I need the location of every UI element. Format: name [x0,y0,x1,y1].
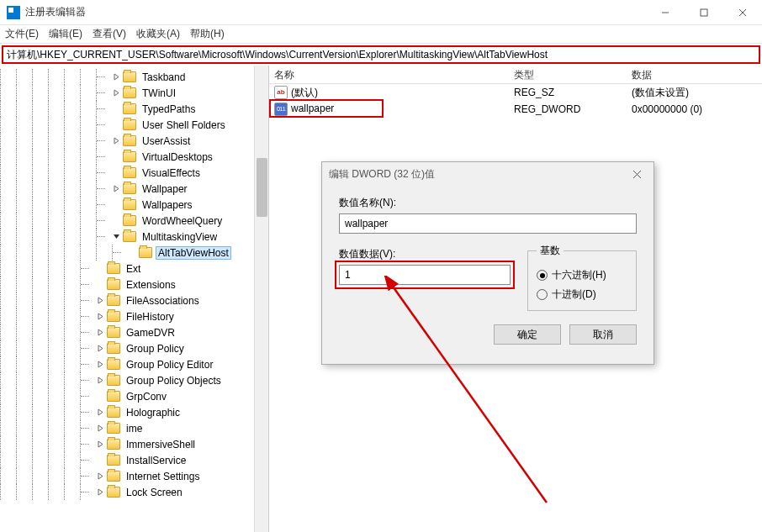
tree-item[interactable]: TypedPaths [0,101,268,117]
chevron-right-icon[interactable] [112,72,121,82]
tree-item[interactable]: Holographic [0,404,268,420]
menu-favorites[interactable]: 收藏夹(A) [136,27,180,41]
folder-icon [107,455,120,466]
radix-hex-option[interactable]: 十六进制(H) [537,268,627,282]
tree-label: MultitaskingView [140,230,220,244]
chevron-right-icon[interactable] [96,296,105,305]
dialog-close-button[interactable] [627,164,647,184]
tree-item[interactable]: FileHistory [0,308,268,324]
tree-item[interactable]: Group Policy [0,340,268,356]
chevron-right-icon[interactable] [96,312,105,321]
menu-view[interactable]: 查看(V) [93,27,126,41]
folder-icon [107,279,120,290]
chevron-right-icon[interactable] [96,344,105,353]
tree-item[interactable]: Taskband [0,69,268,85]
chevron-right-icon[interactable] [112,136,121,145]
tree-item[interactable]: AltTabViewHost [0,245,268,261]
chevron-right-icon[interactable] [96,471,105,481]
tree-item[interactable]: UserAssist [0,133,268,149]
tree-item[interactable]: FileAssociations [0,292,268,308]
tree-label: Internet Settings [124,470,202,483]
tree-label: Holographic [124,406,183,419]
tree-label: Wallpapers [140,198,195,212]
tree-item[interactable]: Wallpapers [0,197,268,213]
chevron-right-icon[interactable] [112,184,121,193]
value-data-field[interactable] [339,265,511,285]
chevron-right-icon[interactable] [96,487,105,497]
tree-item[interactable]: ImmersiveShell [0,436,268,452]
tree-item[interactable]: Wallpaper [0,181,268,197]
chevron-right-icon[interactable] [96,376,105,385]
tree-item[interactable]: ime [0,420,268,436]
tree-item[interactable]: Lock Screen [0,484,268,500]
maximize-button[interactable] [685,0,723,25]
tree-label: Group Policy [124,342,187,356]
folder-icon [107,375,120,386]
folder-icon [107,423,120,434]
tree-item[interactable]: VisualEffects [0,165,268,181]
radix-legend: 基数 [537,244,564,258]
tree-item[interactable]: WordWheelQuery [0,213,268,229]
radix-dec-option[interactable]: 十进制(D) [537,287,627,302]
menu-file[interactable]: 文件(E) [5,27,39,41]
folder-icon [123,87,136,98]
window-title: 注册表编辑器 [25,5,646,19]
tree-label: VisualEffects [140,166,203,180]
tree-item[interactable]: User Shell Folders [0,117,268,133]
menu-edit[interactable]: 编辑(E) [49,27,82,41]
folder-icon [107,439,120,450]
folder-icon [123,135,136,146]
chevron-right-icon[interactable] [96,360,105,369]
address-bar[interactable]: 计算机\HKEY_CURRENT_USER\Software\Microsoft… [2,45,760,64]
chevron-down-icon[interactable] [112,232,121,241]
col-header-name[interactable]: 名称 [269,66,509,83]
chevron-right-icon[interactable] [96,328,105,337]
tree-item[interactable]: Extensions [0,277,268,292]
radix-fieldset: 基数 十六进制(H) 十进制(D) [527,244,637,311]
tree-item[interactable]: InstallService [0,452,268,468]
chevron-right-icon[interactable] [112,88,121,97]
list-row[interactable]: (默认)REG_SZ(数值未设置) [269,84,762,101]
registry-tree[interactable]: TaskbandTWinUITypedPathsUser Shell Folde… [0,66,268,500]
tree-label: VirtualDesktops [140,150,215,164]
chevron-right-icon[interactable] [96,408,105,417]
tree-scrollbar[interactable] [254,66,268,532]
edit-dword-dialog: 编辑 DWORD (32 位)值 数值名称(N): 数值数据(V): [321,161,654,365]
value-data: (数值未设置) [627,85,762,101]
menu-help[interactable]: 帮助(H) [190,27,225,41]
value-data-label: 数值数据(V): [339,247,511,261]
address-path: 计算机\HKEY_CURRENT_USER\Software\Microsoft… [7,48,548,62]
close-button[interactable] [723,0,762,25]
scrollbar-thumb[interactable] [257,158,267,217]
tree-item[interactable]: Internet Settings [0,468,268,484]
list-header: 名称 类型 数据 [269,66,762,84]
tree-pane: TaskbandTWinUITypedPathsUser Shell Folde… [0,66,269,532]
col-header-data[interactable]: 数据 [627,66,762,83]
value-icon [274,86,288,99]
tree-label: WordWheelQuery [140,214,225,228]
minimize-button[interactable] [646,0,685,25]
col-header-type[interactable]: 类型 [509,66,627,83]
tree-label: Taskband [140,71,188,84]
tree-item[interactable]: GameDVR [0,324,268,340]
dialog-title: 编辑 DWORD (32 位)值 [329,167,627,182]
list-row[interactable]: wallpaperREG_DWORD0x00000000 (0) [269,101,762,118]
tree-item[interactable]: Group Policy Objects [0,372,268,388]
dialog-titlebar[interactable]: 编辑 DWORD (32 位)值 [322,162,654,186]
tree-item[interactable]: Ext [0,261,268,277]
tree-item[interactable]: MultitaskingView [0,229,268,245]
tree-item[interactable]: Group Policy Editor [0,356,268,372]
folder-icon [123,183,136,194]
chevron-right-icon[interactable] [96,440,105,449]
tree-item[interactable]: TWinUI [0,85,268,101]
value-name-field[interactable] [339,213,637,234]
cancel-button[interactable]: 取消 [569,324,637,345]
menubar: 文件(E) 编辑(E) 查看(V) 收藏夹(A) 帮助(H) [0,25,762,44]
chevron-right-icon[interactable] [96,424,105,433]
tree-label: UserAssist [140,134,193,148]
ok-button[interactable]: 确定 [494,324,561,345]
value-type: REG_DWORD [509,103,627,116]
tree-item[interactable]: GrpConv [0,388,268,404]
tree-label: GrpConv [124,390,169,403]
tree-item[interactable]: VirtualDesktops [0,149,268,165]
